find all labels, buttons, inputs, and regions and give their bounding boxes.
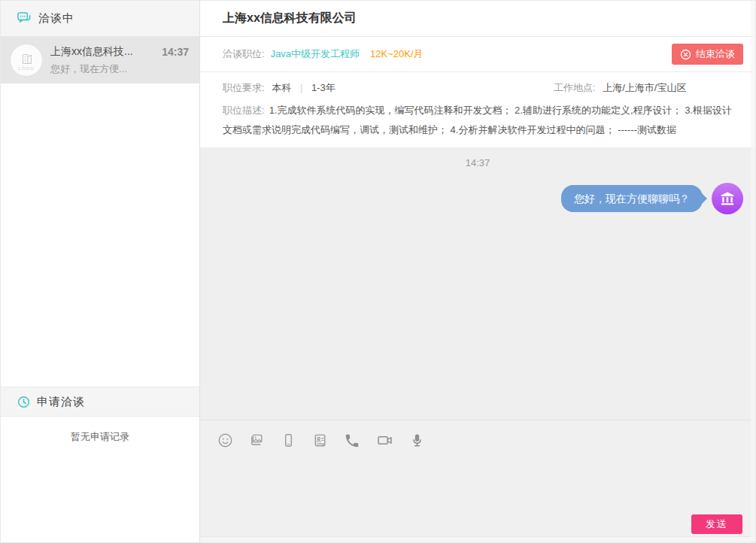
resume-card-icon[interactable] [311, 431, 329, 450]
bottom-strip [200, 536, 755, 542]
end-negotiation-button[interactable]: 结束洽谈 [672, 44, 743, 65]
description-text: 1.完成软件系统代码的实现，编写代码注释和开发文档； 2.辅助进行系统的功能定义… [223, 105, 732, 135]
chatting-section-label: 洽谈中 [38, 11, 74, 26]
location-value: 上海/上海市/宝山区 [603, 82, 686, 93]
company-title: 上海xx信息科技有限公司 [223, 11, 357, 26]
mobile-phone-icon[interactable] [279, 431, 298, 450]
negotiation-job-bar: 洽谈职位: Java中级开发工程师 12K~20K/月 结束洽谈 [200, 37, 755, 72]
job-title-link[interactable]: Java中级开发工程师 [271, 47, 360, 61]
send-button[interactable]: 发送 [691, 514, 742, 534]
job-salary: 12K~20K/月 [370, 47, 423, 61]
phone-call-icon[interactable] [342, 431, 362, 450]
chat-main-panel: 上海xx信息科技有限公司 洽谈职位: Java中级开发工程师 12K~20K/月… [200, 1, 755, 542]
chatting-section-header: 洽谈中 [1, 1, 199, 37]
education-value: 本科 [272, 82, 291, 93]
video-camera-icon[interactable] [375, 430, 395, 450]
apply-section-label: 申请洽谈 [37, 395, 85, 409]
message-timestamp: 14:37 [200, 157, 755, 168]
scrollbar-track[interactable] [751, 1, 755, 542]
recruitment-chat-window: 洽谈中 LOGO 上海xx信息科技... 14:37 您好，现在方便. [0, 0, 756, 543]
image-icon[interactable] [247, 431, 266, 450]
avatar-logo-text: LOGO [18, 66, 34, 71]
empty-records-text: 暂无申请记录 [1, 417, 199, 444]
bank-building-icon [718, 190, 736, 208]
microphone-icon[interactable] [408, 431, 427, 450]
message-input[interactable] [200, 454, 755, 514]
building-logo-icon [18, 50, 35, 67]
message-history-area[interactable]: 14:37 您好，现在方便聊聊吗？ [200, 147, 755, 420]
sidebar: 洽谈中 LOGO 上海xx信息科技... 14:37 您好，现在方便. [1, 1, 200, 542]
composer-toolbar [200, 420, 755, 454]
conversation-list-empty-space [1, 83, 199, 387]
requirement-label: 职位要求: [223, 82, 265, 93]
conversation-timestamp: 14:37 [162, 46, 189, 58]
conversation-company-name: 上海xx信息科技... [50, 45, 133, 59]
experience-value: 1-3年 [311, 82, 335, 93]
conversation-preview: 您好，现在方便... [50, 62, 189, 76]
message-composer: 发送 [200, 420, 755, 536]
company-logo-avatar: LOGO [10, 44, 43, 77]
outgoing-message-bubble: 您好，现在方便聊聊吗？ [561, 185, 703, 212]
message-row: 您好，现在方便聊聊吗？ [200, 183, 755, 214]
clock-icon [17, 396, 30, 408]
apply-section-header: 申请洽谈 [1, 387, 199, 417]
emoji-icon[interactable] [216, 431, 235, 450]
conversation-list-item[interactable]: LOGO 上海xx信息科技... 14:37 您好，现在方便... [1, 37, 199, 83]
description-label: 职位描述: [223, 105, 265, 116]
close-circle-icon [680, 49, 691, 60]
location-label: 工作地点: [554, 82, 596, 93]
main-header: 上海xx信息科技有限公司 [200, 1, 755, 37]
job-bar-label: 洽谈职位: [223, 47, 265, 61]
end-negotiation-label: 结束洽谈 [696, 47, 735, 61]
requirement-separator: | [300, 82, 302, 93]
job-info-panel: 职位要求: 本科 | 1-3年 工作地点: 上海/上海市/宝山区 职位描述:1.… [200, 72, 755, 147]
chat-bubble-icon [17, 11, 32, 26]
sender-avatar [712, 183, 743, 214]
